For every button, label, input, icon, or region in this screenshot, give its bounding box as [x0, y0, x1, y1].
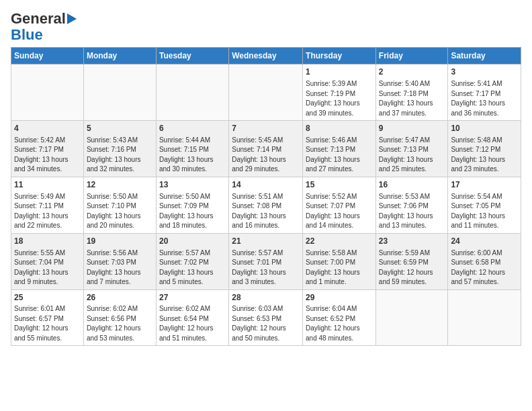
cell-text: Sunrise: 5:58 AM Sunset: 7:00 PM Dayligh…	[306, 248, 373, 287]
calendar-cell: 4Sunrise: 5:42 AM Sunset: 7:17 PM Daylig…	[11, 121, 84, 177]
day-number: 17	[451, 179, 518, 191]
cell-text: Sunrise: 6:04 AM Sunset: 6:52 PM Dayligh…	[306, 304, 373, 343]
day-number: 12	[87, 179, 153, 191]
cell-text: Sunrise: 5:56 AM Sunset: 7:03 PM Dayligh…	[87, 248, 153, 287]
col-header-friday: Friday	[375, 48, 448, 64]
cell-text: Sunrise: 5:53 AM Sunset: 7:06 PM Dayligh…	[379, 192, 445, 231]
cell-text: Sunrise: 5:51 AM Sunset: 7:08 PM Dayligh…	[232, 192, 300, 231]
calendar-table: SundayMondayTuesdayWednesdayThursdayFrid…	[11, 47, 521, 346]
cell-text: Sunrise: 5:57 AM Sunset: 7:02 PM Dayligh…	[159, 248, 226, 287]
calendar-cell	[83, 64, 156, 121]
day-number: 22	[306, 236, 373, 247]
cell-text: Sunrise: 5:48 AM Sunset: 7:12 PM Dayligh…	[451, 136, 518, 175]
calendar-cell: 22Sunrise: 5:58 AM Sunset: 7:00 PM Dayli…	[303, 233, 376, 289]
day-number: 11	[14, 179, 81, 191]
calendar-cell: 3Sunrise: 5:41 AM Sunset: 7:17 PM Daylig…	[448, 64, 521, 121]
logo: General Blue	[11, 11, 77, 43]
calendar-cell: 24Sunrise: 6:00 AM Sunset: 6:58 PM Dayli…	[448, 233, 521, 289]
calendar-cell: 17Sunrise: 5:54 AM Sunset: 7:05 PM Dayli…	[448, 177, 521, 233]
calendar-cell: 9Sunrise: 5:47 AM Sunset: 7:13 PM Daylig…	[375, 121, 448, 177]
cell-text: Sunrise: 5:54 AM Sunset: 7:05 PM Dayligh…	[451, 192, 518, 231]
day-number: 27	[159, 292, 226, 304]
day-number: 29	[306, 292, 373, 304]
col-header-saturday: Saturday	[448, 48, 521, 64]
calendar-cell: 12Sunrise: 5:50 AM Sunset: 7:10 PM Dayli…	[83, 177, 156, 233]
cell-text: Sunrise: 5:57 AM Sunset: 7:01 PM Dayligh…	[232, 248, 300, 287]
calendar-cell: 6Sunrise: 5:44 AM Sunset: 7:15 PM Daylig…	[156, 121, 228, 177]
day-number: 14	[232, 179, 300, 191]
col-header-sunday: Sunday	[11, 48, 84, 64]
calendar-cell: 19Sunrise: 5:56 AM Sunset: 7:03 PM Dayli…	[83, 233, 156, 289]
calendar-cell: 27Sunrise: 6:02 AM Sunset: 6:54 PM Dayli…	[156, 289, 228, 346]
cell-text: Sunrise: 5:59 AM Sunset: 6:59 PM Dayligh…	[379, 248, 445, 287]
cell-text: Sunrise: 5:50 AM Sunset: 7:09 PM Dayligh…	[159, 192, 226, 231]
calendar-cell	[156, 64, 228, 121]
cell-text: Sunrise: 5:49 AM Sunset: 7:11 PM Dayligh…	[14, 192, 81, 231]
cell-text: Sunrise: 5:44 AM Sunset: 7:15 PM Dayligh…	[159, 136, 226, 175]
calendar-cell: 18Sunrise: 5:55 AM Sunset: 7:04 PM Dayli…	[11, 233, 84, 289]
cell-text: Sunrise: 5:39 AM Sunset: 7:19 PM Dayligh…	[306, 79, 373, 118]
calendar-cell: 1Sunrise: 5:39 AM Sunset: 7:19 PM Daylig…	[303, 64, 376, 121]
day-number: 21	[232, 236, 300, 247]
calendar-cell: 20Sunrise: 5:57 AM Sunset: 7:02 PM Dayli…	[156, 233, 228, 289]
cell-text: Sunrise: 6:01 AM Sunset: 6:57 PM Dayligh…	[14, 304, 81, 343]
day-number: 24	[451, 236, 518, 247]
logo-arrow-icon	[67, 13, 77, 24]
cell-text: Sunrise: 6:02 AM Sunset: 6:56 PM Dayligh…	[87, 304, 153, 343]
cell-text: Sunrise: 5:52 AM Sunset: 7:07 PM Dayligh…	[306, 192, 373, 231]
cell-text: Sunrise: 5:40 AM Sunset: 7:18 PM Dayligh…	[379, 79, 445, 118]
calendar-cell: 23Sunrise: 5:59 AM Sunset: 6:59 PM Dayli…	[375, 233, 448, 289]
day-number: 4	[14, 123, 81, 134]
header: General Blue	[11, 11, 521, 43]
day-number: 28	[232, 292, 300, 304]
day-number: 1	[306, 66, 373, 78]
cell-text: Sunrise: 5:50 AM Sunset: 7:10 PM Dayligh…	[87, 192, 153, 231]
calendar-week-row: 25Sunrise: 6:01 AM Sunset: 6:57 PM Dayli…	[11, 289, 521, 346]
col-header-thursday: Thursday	[303, 48, 376, 64]
cell-text: Sunrise: 6:00 AM Sunset: 6:58 PM Dayligh…	[451, 248, 518, 287]
calendar-week-row: 11Sunrise: 5:49 AM Sunset: 7:11 PM Dayli…	[11, 177, 521, 233]
calendar-week-row: 4Sunrise: 5:42 AM Sunset: 7:17 PM Daylig…	[11, 121, 521, 177]
col-header-wednesday: Wednesday	[229, 48, 303, 64]
cell-text: Sunrise: 6:03 AM Sunset: 6:53 PM Dayligh…	[232, 304, 300, 343]
day-number: 20	[159, 236, 226, 247]
calendar-cell: 13Sunrise: 5:50 AM Sunset: 7:09 PM Dayli…	[156, 177, 228, 233]
day-number: 3	[451, 66, 518, 78]
cell-text: Sunrise: 5:41 AM Sunset: 7:17 PM Dayligh…	[451, 79, 518, 118]
day-number: 10	[451, 123, 518, 134]
calendar-cell: 28Sunrise: 6:03 AM Sunset: 6:53 PM Dayli…	[229, 289, 303, 346]
col-header-tuesday: Tuesday	[156, 48, 228, 64]
calendar-cell	[11, 64, 84, 121]
day-number: 6	[159, 123, 226, 134]
day-number: 16	[379, 179, 445, 191]
calendar-cell: 14Sunrise: 5:51 AM Sunset: 7:08 PM Dayli…	[229, 177, 303, 233]
cell-text: Sunrise: 5:55 AM Sunset: 7:04 PM Dayligh…	[14, 248, 81, 287]
calendar-cell: 10Sunrise: 5:48 AM Sunset: 7:12 PM Dayli…	[448, 121, 521, 177]
day-number: 26	[87, 292, 153, 304]
calendar-cell: 11Sunrise: 5:49 AM Sunset: 7:11 PM Dayli…	[11, 177, 84, 233]
cell-text: Sunrise: 5:43 AM Sunset: 7:16 PM Dayligh…	[87, 136, 153, 175]
calendar-cell	[375, 289, 448, 346]
day-number: 23	[379, 236, 445, 247]
calendar-cell: 25Sunrise: 6:01 AM Sunset: 6:57 PM Dayli…	[11, 289, 84, 346]
day-number: 25	[14, 292, 81, 304]
calendar-cell: 8Sunrise: 5:46 AM Sunset: 7:13 PM Daylig…	[303, 121, 376, 177]
day-number: 7	[232, 123, 300, 134]
day-number: 13	[159, 179, 226, 191]
logo-blue: Blue	[11, 27, 43, 43]
calendar-cell: 15Sunrise: 5:52 AM Sunset: 7:07 PM Dayli…	[303, 177, 376, 233]
calendar-cell: 21Sunrise: 5:57 AM Sunset: 7:01 PM Dayli…	[229, 233, 303, 289]
col-header-monday: Monday	[83, 48, 156, 64]
calendar-cell: 29Sunrise: 6:04 AM Sunset: 6:52 PM Dayli…	[303, 289, 376, 346]
day-number: 9	[379, 123, 445, 134]
day-number: 15	[306, 179, 373, 191]
day-number: 18	[14, 236, 81, 247]
day-number: 19	[87, 236, 153, 247]
logo-general: General	[11, 11, 66, 27]
day-number: 2	[379, 66, 445, 78]
day-number: 8	[306, 123, 373, 134]
cell-text: Sunrise: 5:47 AM Sunset: 7:13 PM Dayligh…	[379, 136, 445, 175]
calendar-week-row: 1Sunrise: 5:39 AM Sunset: 7:19 PM Daylig…	[11, 64, 521, 121]
day-number: 5	[87, 123, 153, 134]
calendar-cell	[448, 289, 521, 346]
